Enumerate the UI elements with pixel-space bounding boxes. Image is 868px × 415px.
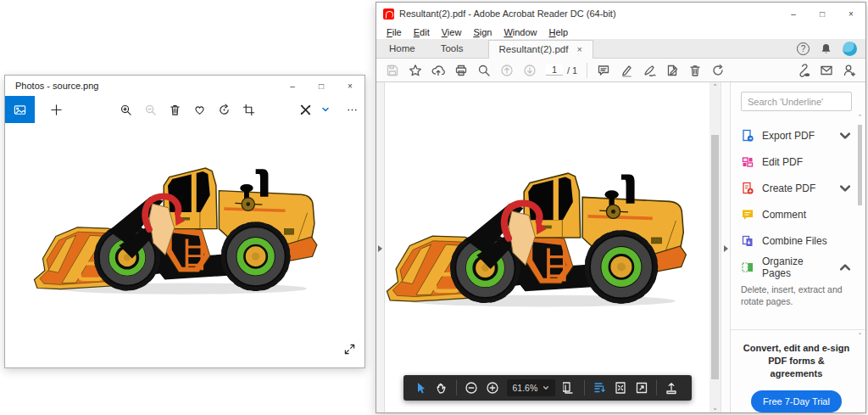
chevron-down-icon[interactable] (838, 129, 852, 143)
combine-files-icon (741, 234, 754, 248)
zoom-in-button[interactable] (114, 97, 138, 122)
panel-scrollbar[interactable]: ⌃ ⌄ (856, 119, 864, 333)
menu-help[interactable]: Help (544, 27, 574, 37)
acrobat-app-icon (383, 8, 394, 20)
fullscreen-icon[interactable] (635, 381, 648, 395)
trash-icon (169, 104, 181, 116)
select-tool-icon[interactable] (414, 381, 427, 395)
tool-label: Combine Files (762, 235, 827, 247)
hand-tool-icon[interactable] (435, 381, 448, 395)
organize-pages-description: Delete, insert, extract and rotate pages… (741, 283, 852, 307)
zoom-level-dropdown[interactable]: 61.6% (507, 379, 556, 396)
zoom-in-icon[interactable] (486, 381, 499, 395)
cloud-upload-icon[interactable] (431, 64, 445, 77)
previous-page-icon[interactable] (500, 64, 514, 77)
minimize-button[interactable]: – (779, 3, 808, 24)
email-icon[interactable] (820, 64, 833, 77)
zoom-level-value: 61.6% (513, 383, 538, 393)
scroll-down-icon[interactable]: ⌄ (709, 404, 721, 412)
refresh-icon[interactable] (711, 64, 725, 77)
share-upload-icon[interactable] (665, 381, 678, 395)
scroll-up-icon[interactable]: ⌃ (856, 114, 864, 121)
save-icon[interactable] (386, 64, 399, 77)
scrollbar-thumb[interactable] (858, 125, 862, 205)
menu-sign[interactable]: Sign (468, 27, 497, 37)
acrobat-content: 61.6% ⌃ ⌄ (376, 82, 865, 412)
tools-pane-strip (721, 82, 730, 412)
add-user-icon[interactable] (843, 64, 856, 77)
zoom-out-button[interactable] (138, 97, 163, 122)
tools-pane-toggle-icon[interactable] (724, 245, 728, 252)
fullscreen-button[interactable] (343, 343, 356, 359)
star-icon[interactable] (409, 64, 422, 77)
share-link-icon[interactable] (797, 64, 810, 77)
tool-create-pdf[interactable]: Create PDF (741, 175, 852, 201)
zoom-out-icon[interactable] (465, 381, 478, 395)
tab-document[interactable]: Resultant(2).pdf × (488, 40, 593, 59)
crop-button[interactable] (236, 97, 261, 122)
menu-bar: File Edit View Sign Window Help (376, 25, 865, 39)
fit-page-icon[interactable] (614, 381, 627, 395)
create-pdf-icon (741, 182, 754, 195)
chevron-up-icon[interactable] (838, 261, 852, 274)
more-tools-pencil-icon[interactable] (665, 64, 679, 77)
photos-toolbar (5, 96, 364, 123)
maximize-button[interactable]: □ (307, 76, 336, 96)
tool-label: Create PDF (762, 182, 815, 194)
tool-label: Comment (762, 209, 806, 221)
plus-icon (50, 104, 63, 116)
tool-edit-pdf[interactable]: Edit PDF (741, 149, 852, 175)
tab-home[interactable]: Home (376, 39, 428, 58)
tool-organize-pages[interactable]: Organize Pages (741, 254, 852, 280)
fill-sign-icon[interactable] (643, 64, 656, 77)
panel-divider (731, 329, 865, 330)
find-icon[interactable] (477, 64, 491, 77)
scrolling-mode-icon[interactable] (593, 381, 606, 395)
scrollbar-thumb[interactable] (711, 135, 719, 379)
photos-window-title: Photos - source.png (5, 81, 278, 91)
page-thumbnails-icon[interactable] (563, 381, 576, 395)
menu-file[interactable]: File (381, 27, 407, 37)
free-trial-button[interactable]: Free 7-Day Trial (751, 390, 842, 412)
add-button[interactable] (44, 97, 69, 122)
document-scrollbar[interactable]: ⌃ ⌄ (709, 82, 721, 412)
more-options-button[interactable] (340, 97, 364, 122)
maximize-button[interactable]: □ (808, 3, 837, 24)
tool-comment[interactable]: Comment (741, 201, 852, 227)
heart-icon (193, 104, 206, 116)
comment-icon[interactable] (597, 64, 610, 77)
tools-search-input[interactable] (741, 92, 852, 111)
close-button[interactable]: × (336, 76, 364, 96)
delete-icon[interactable] (688, 64, 702, 77)
tab-close-icon[interactable]: × (576, 41, 581, 59)
highlight-icon[interactable] (620, 64, 633, 77)
tools-list: Export PDF Edit PDF Create PDF Comment (741, 122, 852, 280)
tool-combine-files[interactable]: Combine Files (741, 227, 852, 254)
account-avatar[interactable] (843, 42, 857, 56)
navigation-pane-strip (376, 82, 385, 412)
edit-create-expand[interactable] (319, 97, 333, 122)
chevron-down-icon[interactable] (838, 182, 852, 195)
wheel-loader-image (33, 165, 325, 296)
navigation-pane-expand-icon[interactable] (378, 245, 382, 252)
rotate-button[interactable] (212, 97, 236, 122)
next-page-icon[interactable] (523, 64, 537, 77)
scroll-up-icon[interactable]: ⌃ (709, 83, 721, 91)
favorite-button[interactable] (187, 97, 212, 122)
menu-view[interactable]: View (437, 27, 467, 37)
notifications-bell-icon[interactable] (820, 42, 832, 55)
delete-button[interactable] (163, 97, 187, 122)
help-button[interactable]: ? (797, 42, 810, 55)
menu-edit[interactable]: Edit (409, 27, 435, 37)
edit-create-button[interactable] (293, 97, 318, 122)
see-all-photos-button[interactable] (5, 96, 35, 123)
minimize-button[interactable]: – (278, 76, 307, 96)
scroll-down-icon[interactable]: ⌄ (856, 329, 864, 336)
close-button[interactable]: × (837, 3, 865, 24)
tab-tools[interactable]: Tools (428, 39, 476, 58)
print-icon[interactable] (454, 64, 468, 77)
tool-export-pdf[interactable]: Export PDF (741, 122, 852, 149)
tab-document-label: Resultant(2).pdf (499, 41, 569, 59)
page-number-input[interactable]: 1 (546, 64, 563, 76)
menu-window[interactable]: Window (498, 27, 542, 37)
